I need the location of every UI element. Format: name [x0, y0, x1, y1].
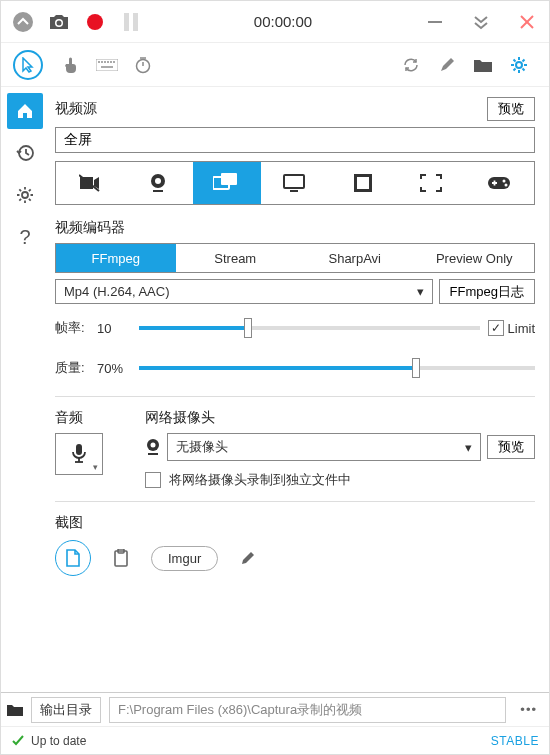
titlebar-right [421, 8, 541, 36]
quality-label: 质量: [55, 359, 89, 377]
quality-value: 70% [97, 361, 131, 376]
titlebar: 00:00:00 [1, 1, 549, 43]
limit-checkbox[interactable]: ✓ [488, 320, 504, 336]
svg-rect-11 [101, 61, 103, 63]
svg-rect-10 [98, 61, 100, 63]
svg-rect-5 [133, 13, 138, 31]
encoder-tab-sharpavi[interactable]: SharpAvi [295, 244, 415, 272]
microphone-button[interactable] [55, 433, 103, 475]
content-panel: 视频源 预览 [49, 87, 549, 692]
svg-point-33 [505, 184, 508, 187]
sidebar-home[interactable] [7, 93, 43, 129]
svg-point-3 [87, 14, 103, 30]
folder-icon [7, 704, 23, 716]
encoder-tab-stream[interactable]: Stream [176, 244, 296, 272]
encoder-title: 视频编码器 [55, 219, 535, 237]
imgur-button[interactable]: Imgur [151, 546, 218, 571]
pause-button[interactable] [117, 8, 145, 36]
fps-value: 10 [97, 321, 131, 336]
encoder-tabs: FFmpeg Stream SharpAvi Preview Only [55, 243, 535, 273]
source-game[interactable] [466, 162, 534, 204]
collapse-up-icon[interactable] [9, 8, 37, 36]
screenshot-clipboard-icon[interactable] [103, 540, 139, 576]
svg-rect-28 [284, 175, 304, 188]
sidebar-history[interactable] [7, 135, 43, 171]
limit-label: Limit [508, 321, 535, 336]
video-source-input[interactable] [55, 127, 535, 153]
codec-select[interactable]: Mp4 (H.264, AAC) ▾ [55, 279, 433, 304]
svg-rect-15 [113, 61, 115, 63]
svg-point-25 [155, 178, 161, 184]
preview-button[interactable]: 预览 [487, 97, 535, 121]
webcam-value: 无摄像头 [176, 438, 228, 456]
screenshot-edit-icon[interactable] [230, 540, 266, 576]
output-browse-button[interactable]: ••• [514, 702, 543, 717]
timer-display: 00:00:00 [145, 13, 421, 30]
source-region[interactable] [397, 162, 465, 204]
encoder-tab-preview[interactable]: Preview Only [415, 244, 535, 272]
webcam-title: 网络摄像头 [145, 409, 535, 427]
svg-rect-30 [355, 175, 371, 191]
source-webcam[interactable] [124, 162, 192, 204]
svg-rect-31 [488, 177, 510, 189]
settings-icon[interactable] [501, 47, 537, 83]
folder-icon[interactable] [465, 47, 501, 83]
webcam-separate-label: 将网络摄像头录制到独立文件中 [169, 471, 351, 489]
svg-rect-34 [76, 444, 82, 455]
sidebar-settings[interactable] [7, 177, 43, 213]
camera-icon[interactable] [45, 8, 73, 36]
svg-rect-27 [221, 173, 237, 185]
toolbar [1, 43, 549, 87]
timer-tool[interactable] [125, 47, 161, 83]
svg-point-0 [13, 12, 33, 32]
source-window[interactable] [329, 162, 397, 204]
main-area: ? 视频源 预览 [1, 87, 549, 692]
svg-rect-12 [104, 61, 106, 63]
quality-slider[interactable] [139, 366, 535, 370]
svg-point-32 [503, 180, 506, 183]
svg-rect-14 [110, 61, 112, 63]
webcam-icon [145, 438, 161, 456]
minimize-button[interactable] [421, 8, 449, 36]
webcam-select[interactable]: 无摄像头 ▾ [167, 433, 481, 461]
source-nocamera[interactable] [56, 162, 124, 204]
chevron-down-icon: ▾ [465, 440, 472, 455]
webcam-preview-button[interactable]: 预览 [487, 435, 535, 459]
audio-title: 音频 [55, 409, 127, 427]
screenshot-title: 截图 [55, 514, 535, 532]
check-icon [11, 734, 25, 748]
svg-point-2 [57, 20, 62, 25]
source-screens[interactable] [193, 162, 261, 204]
svg-point-22 [22, 192, 28, 198]
sidebar-help[interactable]: ? [7, 219, 43, 255]
sidebar: ? [1, 87, 49, 692]
output-label: 输出目录 [31, 697, 101, 723]
cursor-tool[interactable] [13, 50, 43, 80]
status-text: Up to date [31, 734, 86, 748]
output-path[interactable]: F:\Program Files (x86)\Captura录制的视频 [109, 697, 506, 723]
expand-down-icon[interactable] [467, 8, 495, 36]
close-button[interactable] [513, 8, 541, 36]
record-button[interactable] [81, 8, 109, 36]
screenshot-file-icon[interactable] [55, 540, 91, 576]
svg-rect-4 [124, 13, 129, 31]
keyboard-tool[interactable] [89, 47, 125, 83]
brush-icon[interactable] [429, 47, 465, 83]
svg-point-20 [516, 62, 522, 68]
ffmpeg-log-button[interactable]: FFmpeg日志 [439, 279, 535, 304]
source-monitor[interactable] [261, 162, 329, 204]
output-footer: 输出目录 F:\Program Files (x86)\Captura录制的视频… [1, 692, 549, 726]
svg-rect-9 [96, 59, 118, 71]
encoder-tab-ffmpeg[interactable]: FFmpeg [56, 244, 176, 272]
svg-rect-16 [101, 66, 113, 68]
titlebar-left [9, 8, 145, 36]
svg-rect-13 [107, 61, 109, 63]
svg-point-38 [151, 443, 156, 448]
webcam-separate-checkbox[interactable] [145, 472, 161, 488]
codec-value: Mp4 (H.264, AAC) [64, 284, 170, 299]
stable-badge: STABLE [491, 734, 539, 748]
chevron-down-icon: ▾ [417, 284, 424, 299]
fps-slider[interactable] [139, 326, 480, 330]
sync-icon[interactable] [393, 47, 429, 83]
click-tool[interactable] [53, 47, 89, 83]
